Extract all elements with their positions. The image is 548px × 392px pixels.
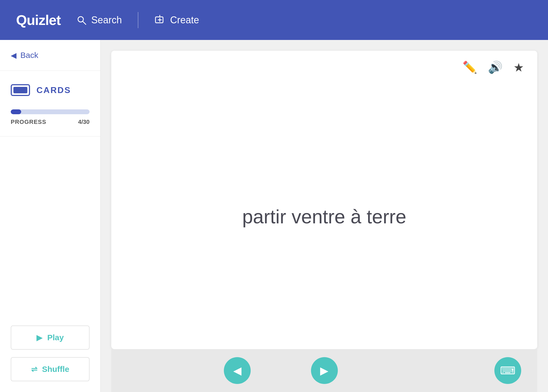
back-button[interactable]: ◀ Back bbox=[0, 40, 100, 71]
logo: Quizlet bbox=[16, 12, 61, 28]
prev-arrow-icon: ◀ bbox=[233, 364, 242, 377]
next-card-button[interactable]: ▶ bbox=[311, 357, 338, 384]
search-button[interactable]: Search bbox=[77, 14, 122, 26]
bottom-navigation: ◀ ▶ ⌨ bbox=[111, 349, 537, 392]
header: Quizlet Search Create bbox=[0, 0, 548, 40]
keyboard-icon: ⌨ bbox=[500, 364, 516, 377]
sidebar: ◀ Back CARDS PROGRESS 4/30 bbox=[0, 40, 101, 392]
play-icon: ▶ bbox=[36, 333, 42, 342]
svg-line-1 bbox=[83, 21, 86, 24]
card-term: partir ventre à terre bbox=[242, 206, 406, 228]
progress-labels: PROGRESS 4/30 bbox=[11, 119, 90, 125]
cards-section: CARDS PROGRESS 4/30 bbox=[0, 71, 100, 136]
keyboard-button[interactable]: ⌨ bbox=[494, 357, 521, 384]
progress-section: PROGRESS 4/30 bbox=[11, 109, 90, 125]
cards-mode-label: CARDS bbox=[36, 85, 71, 95]
create-button[interactable]: Create bbox=[154, 14, 199, 26]
prev-card-button[interactable]: ◀ bbox=[224, 357, 251, 384]
edit-icon[interactable]: ✏️ bbox=[462, 60, 477, 74]
shuffle-label: Shuffle bbox=[42, 365, 69, 374]
progress-label: PROGRESS bbox=[11, 119, 46, 125]
progress-bar-fill bbox=[11, 109, 21, 114]
shuffle-icon: ⇌ bbox=[31, 365, 37, 374]
audio-icon[interactable]: 🔊 bbox=[488, 60, 503, 74]
create-label: Create bbox=[170, 14, 199, 26]
search-icon bbox=[77, 15, 86, 25]
content-area: ✏️ 🔊 ★ partir ventre à terre ◀ ▶ ⌨ bbox=[101, 40, 548, 392]
shuffle-button[interactable]: ⇌ Shuffle bbox=[11, 357, 90, 381]
play-button[interactable]: ▶ Play bbox=[11, 326, 90, 350]
back-label: Back bbox=[20, 51, 38, 60]
cards-icon-inner bbox=[13, 87, 27, 93]
header-divider bbox=[138, 12, 138, 28]
main-layout: ◀ Back CARDS PROGRESS 4/30 bbox=[0, 40, 548, 392]
search-label: Search bbox=[91, 14, 122, 26]
card-toolbar: ✏️ 🔊 ★ bbox=[111, 51, 537, 84]
create-icon bbox=[154, 15, 165, 25]
progress-count: 4/30 bbox=[78, 119, 90, 125]
cards-icon bbox=[11, 84, 30, 96]
card-content: partir ventre à terre bbox=[111, 84, 537, 349]
next-arrow-icon: ▶ bbox=[320, 364, 328, 377]
back-arrow-icon: ◀ bbox=[11, 51, 17, 60]
play-label: Play bbox=[47, 333, 64, 342]
sidebar-buttons: ▶ Play ⇌ Shuffle bbox=[0, 315, 100, 392]
star-icon[interactable]: ★ bbox=[513, 61, 524, 74]
progress-bar-background bbox=[11, 109, 90, 114]
flashcard[interactable]: ✏️ 🔊 ★ partir ventre à terre bbox=[111, 51, 537, 349]
cards-mode-indicator: CARDS bbox=[11, 84, 90, 96]
